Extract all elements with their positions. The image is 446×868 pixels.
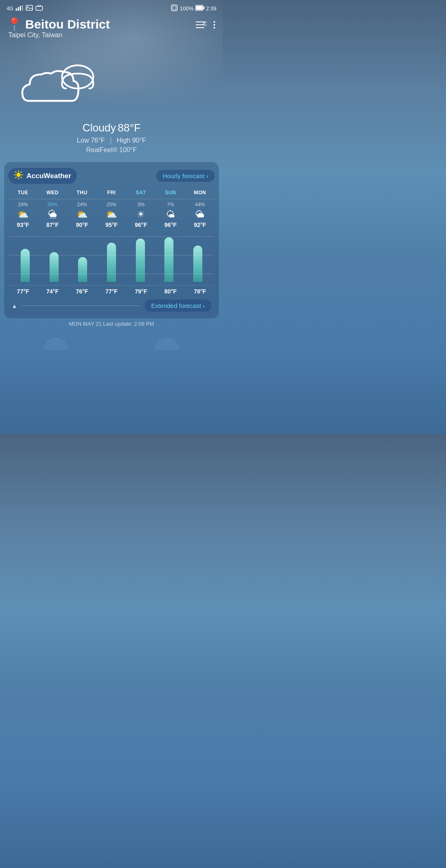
svg-rect-3 bbox=[22, 5, 23, 11]
bar-tue bbox=[21, 249, 30, 282]
bottom-hint bbox=[0, 334, 223, 350]
location-list-icon[interactable] bbox=[196, 20, 206, 31]
bar-col-mon bbox=[183, 232, 212, 282]
bars-container bbox=[10, 232, 213, 282]
low-mon: 78°F bbox=[185, 288, 215, 295]
status-bar: 4G 100% 2:39 bbox=[0, 0, 223, 15]
svg-rect-11 bbox=[203, 7, 204, 9]
day-fri: FRI bbox=[97, 189, 126, 196]
rotate-icon bbox=[171, 4, 178, 13]
precip-thu: 24% bbox=[67, 202, 97, 207]
low-thu: 76°F bbox=[67, 288, 97, 295]
low-fri: 77°F bbox=[97, 288, 126, 295]
icon-sat: ☀ bbox=[126, 209, 156, 220]
realfeel: RealFeel® 100°F bbox=[0, 146, 223, 154]
low-tue: 77°F bbox=[8, 288, 38, 295]
icon-wed: 🌦 bbox=[38, 209, 67, 220]
svg-rect-12 bbox=[196, 6, 202, 10]
day-thu: THU bbox=[67, 189, 97, 196]
signal-bars-icon bbox=[16, 5, 23, 12]
bar-col-fri bbox=[97, 232, 126, 282]
high-fri: 95°F bbox=[97, 222, 126, 228]
hourly-forecast-button[interactable]: Hourly forecast › bbox=[156, 170, 215, 182]
cloud-area bbox=[0, 43, 223, 117]
low-sat: 79°F bbox=[126, 288, 156, 295]
current-weather: Cloudy 88°F Low 76°F | High 90°F RealFee… bbox=[0, 117, 223, 162]
location-pin-icon: 📍 bbox=[7, 17, 22, 31]
precip-tue: 24% bbox=[8, 202, 38, 207]
svg-point-19 bbox=[214, 24, 215, 26]
day-wed: WED bbox=[38, 189, 67, 196]
precip-mon: 44% bbox=[185, 202, 215, 207]
bar-sun bbox=[164, 237, 173, 282]
svg-line-29 bbox=[21, 177, 21, 178]
forecast-grid: 24% ⛅ 93°F 56% 🌦 87°F 24% ⛅ 90°F 25% ⛅ 9… bbox=[8, 202, 215, 228]
low-wed: 74°F bbox=[38, 288, 67, 295]
current-condition-temp: Cloudy 88°F bbox=[0, 122, 223, 134]
day-sun: SUN bbox=[156, 189, 185, 196]
icon-sun: 🌤 bbox=[156, 209, 185, 220]
time-display: 2:39 bbox=[206, 5, 216, 12]
svg-line-17 bbox=[204, 23, 205, 24]
header: 📍 Beitou District Taipei City, Taiwan bbox=[0, 15, 223, 43]
extended-divider bbox=[21, 305, 140, 306]
svg-rect-8 bbox=[171, 5, 177, 11]
svg-rect-1 bbox=[18, 7, 19, 11]
bar-wed bbox=[50, 252, 59, 282]
svg-rect-2 bbox=[20, 6, 21, 11]
svg-line-28 bbox=[16, 172, 17, 173]
dotted-line-mid bbox=[10, 255, 213, 255]
high-temp-label: High 90°F bbox=[117, 137, 146, 144]
accuweather-sun-icon bbox=[14, 170, 23, 181]
high-sun: 96°F bbox=[156, 222, 185, 228]
weather-cloud-icon bbox=[17, 55, 99, 109]
svg-rect-9 bbox=[173, 6, 176, 10]
forecast-col-wed: 56% 🌦 87°F bbox=[38, 202, 67, 228]
day-tue: TUE bbox=[8, 189, 38, 196]
high-sat: 96°F bbox=[126, 222, 156, 228]
accuweather-badge: AccuWeather bbox=[8, 168, 77, 184]
bar-thu bbox=[78, 257, 87, 282]
low-sun: 80°F bbox=[156, 288, 185, 295]
extended-forecast-button[interactable]: Extended forecast › bbox=[145, 300, 211, 312]
icon-thu: ⛅ bbox=[67, 209, 97, 220]
low-temp-label: Low 76°F bbox=[77, 137, 105, 144]
more-options-icon[interactable] bbox=[212, 20, 216, 31]
forecast-col-fri: 25% ⛅ 95°F bbox=[97, 202, 126, 228]
svg-rect-4 bbox=[26, 5, 33, 10]
image-icon bbox=[26, 5, 33, 12]
bar-col-thu bbox=[68, 232, 97, 282]
high-wed: 87°F bbox=[38, 222, 67, 228]
triangle-icon: ▲ bbox=[12, 303, 17, 309]
forecast-col-sun: 7% 🌤 96°F bbox=[156, 202, 185, 228]
location-name: 📍 Beitou District bbox=[7, 17, 110, 31]
location-sub: Taipei City, Taiwan bbox=[7, 31, 110, 39]
header-icons bbox=[196, 17, 216, 31]
forecast-col-sat: 3% ☀ 96°F bbox=[126, 202, 156, 228]
bar-col-sun bbox=[155, 232, 184, 282]
icon-fri: ⛅ bbox=[97, 209, 126, 220]
svg-rect-0 bbox=[16, 8, 17, 11]
svg-line-31 bbox=[16, 177, 17, 178]
extended-row: ▲ Extended forecast › bbox=[8, 295, 215, 314]
bottom-circle-left bbox=[43, 338, 68, 350]
bar-col-wed bbox=[40, 232, 69, 282]
signal-type: 4G bbox=[7, 6, 13, 12]
svg-line-30 bbox=[21, 172, 21, 173]
accuweather-label: AccuWeather bbox=[26, 172, 71, 180]
precip-fri: 25% bbox=[97, 202, 126, 207]
bottom-circle-right bbox=[155, 338, 180, 350]
battery-percent: 100% bbox=[180, 5, 193, 12]
bar-col-tue bbox=[11, 232, 40, 282]
bar-fri bbox=[107, 243, 116, 282]
icon-tue: ⛅ bbox=[8, 209, 38, 220]
precip-sat: 3% bbox=[126, 202, 156, 207]
svg-point-23 bbox=[17, 173, 21, 177]
precip-sun: 7% bbox=[156, 202, 185, 207]
status-left: 4G bbox=[7, 5, 43, 12]
location-block: 📍 Beitou District Taipei City, Taiwan bbox=[7, 17, 110, 39]
last-update: MON MAY 21 Last update: 2:08 PM bbox=[0, 318, 223, 334]
days-header: TUE WED THU FRI SAT SUN MON bbox=[8, 189, 215, 199]
day-sat: SAT bbox=[126, 189, 156, 196]
battery-icon bbox=[195, 5, 204, 12]
